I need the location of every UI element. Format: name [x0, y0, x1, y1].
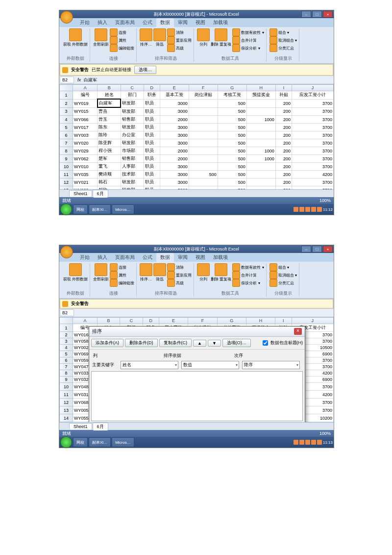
sorton-combo[interactable]: 数值 [181, 361, 239, 369]
subtotal-button[interactable]: 分类汇总 [270, 44, 297, 52]
tab-data[interactable]: 数据 [156, 253, 174, 262]
security-warning-bar: 安全警告 已禁止自动更新链接 选项… [60, 64, 333, 76]
tab-formula[interactable]: 公式 [139, 253, 156, 262]
text-to-columns-button[interactable]: 分列 [197, 28, 210, 47]
tab-layout[interactable]: 页面布局 [111, 253, 139, 262]
order-header: 次序 [232, 353, 303, 359]
table-row[interactable]: 11WY035樊诗顺技术部职员30005005002004200 [60, 171, 334, 178]
refresh-all-button[interactable]: 全部刷新 [93, 28, 109, 47]
taskbar-item[interactable]: 网校 [73, 437, 88, 447]
connections-button[interactable]: 连接 [110, 28, 134, 36]
table-row[interactable]: 8WY029程小强市场部职员200050010002003700 [60, 147, 334, 155]
close-button[interactable]: × [323, 11, 333, 18]
minimize-button[interactable]: – [301, 246, 311, 252]
headers-checkbox[interactable]: 数据包含标题(H) [261, 339, 303, 347]
maximize-button[interactable]: □ [312, 11, 322, 18]
office-button[interactable] [60, 11, 73, 24]
formula-bar[interactable]: 白建军 [84, 77, 97, 83]
start-button[interactable] [60, 436, 72, 448]
sheet-tab[interactable]: 6月 [93, 190, 108, 198]
window-title: 副本Xl0000000 [兼容模式] - Microsoft Excel [154, 11, 239, 18]
get-external-data-button[interactable]: 获取 外部数据 [63, 263, 88, 282]
taskbar-item[interactable]: Micros… [112, 204, 134, 214]
move-down-button[interactable]: ▼ [208, 340, 221, 347]
grid[interactable]: ABCDEFGHIJ1编号姓名部门职务基本工资岗位津贴考核工资预提奖金补贴应发工… [59, 84, 334, 189]
taskbar-item[interactable]: Micros… [112, 437, 134, 447]
tab-data[interactable]: 数据 [156, 18, 174, 27]
minimize-button[interactable]: – [301, 11, 311, 18]
sort-options-button[interactable]: 选项(O)… [222, 339, 251, 347]
warning-label: 安全警告 [71, 67, 89, 73]
data-validation-button[interactable]: 数据有效性 ▾ [232, 28, 264, 36]
filter-button[interactable]: 筛选 [153, 28, 166, 47]
tab-addins[interactable]: 加载项 [209, 253, 232, 262]
tab-home[interactable]: 开始 [76, 18, 94, 27]
sort-button[interactable]: 排序… [140, 28, 152, 47]
table-row[interactable]: 13WY022郝欣研发部职员30005002003700 [60, 186, 334, 190]
table-row[interactable]: 4WY066曾玉销售部职员200050010002003700 [60, 116, 334, 124]
sort-dialog: 排序 × 添加条件(A) 删除条件(D) 复制条件(C) ▲ ▼ 选项(O)… … [89, 326, 305, 422]
advanced-button[interactable]: 高级 [167, 44, 192, 52]
group-button[interactable]: 组合 ▾ [270, 28, 297, 36]
table-row[interactable]: 5WY017陈东研发部职员30005002003700 [60, 124, 334, 131]
remove-dup-button[interactable]: 删除 重复项 [211, 28, 231, 47]
tab-layout[interactable]: 页面布局 [111, 18, 139, 27]
table-row[interactable]: 7WY020陈亚辉研发部职员30005002003700 [60, 139, 334, 147]
dialog-title-bar[interactable]: 排序 × [89, 327, 305, 337]
sheet-tab[interactable]: Sheet1 [69, 190, 92, 197]
grid[interactable]: ABCDEFGHIJ1编号姓名部门职务基本工资岗位津贴考核工资预提奖金补贴应发工… [59, 317, 334, 422]
table-row[interactable]: 10WY010董飞人事部职员30005002003700 [60, 163, 334, 171]
name-box[interactable]: B2 [60, 309, 74, 316]
copy-condition-button[interactable]: 复制条件(C) [159, 339, 192, 347]
tab-insert[interactable]: 插入 [94, 253, 111, 262]
add-condition-button[interactable]: 添加条件(A) [91, 339, 123, 347]
get-external-data-button[interactable]: 获取 外部数据 [63, 28, 88, 47]
tab-formula[interactable]: 公式 [139, 18, 156, 27]
taskbar-item[interactable]: 副本Xl… [89, 437, 111, 447]
security-warning-bar: 安全警告 [60, 299, 333, 308]
reapply-button[interactable]: 重新应用 [167, 36, 192, 44]
tab-home[interactable]: 开始 [76, 253, 94, 262]
ribbon-tabs: 开始 插入 页面布局 公式 数据 审阅 视图 加载项 [59, 253, 334, 262]
name-box-row: B2 [59, 309, 334, 317]
table-row[interactable]: 9WY062楚军销售部职员200050010002003700 [60, 155, 334, 163]
taskbar-item[interactable]: 副本Xl… [89, 204, 111, 214]
order-combo[interactable]: 降序 [242, 361, 300, 369]
table-row[interactable]: 12WY021韩石研发部职员30005002003700 [60, 178, 334, 186]
refresh-all-button[interactable]: 全部刷新 [93, 263, 109, 282]
tab-addins[interactable]: 加载项 [209, 18, 232, 27]
office-button[interactable] [60, 246, 73, 258]
dialog-title: 排序 [92, 328, 102, 335]
table-row[interactable]: 3WY015曹燕研发部职员30005002003700 [60, 107, 334, 116]
name-box[interactable]: B2 [60, 76, 74, 83]
options-button[interactable]: 选项… [134, 66, 156, 74]
whatif-button[interactable]: 假设分析 ▾ [232, 44, 264, 52]
clear-button[interactable]: 清除 [167, 28, 192, 36]
table-row[interactable]: 6WY003陈玲办公室职员30005002003700 [60, 131, 334, 139]
consolidate-button[interactable]: 合并计算 [232, 36, 264, 44]
tab-view[interactable]: 视图 [192, 18, 209, 27]
edit-links-button[interactable]: 编辑链接 [110, 44, 134, 52]
sheet-tab[interactable]: Sheet1 [69, 423, 92, 429]
move-up-button[interactable]: ▲ [193, 340, 206, 347]
properties-button[interactable]: 属性 [110, 36, 134, 44]
delete-condition-button[interactable]: 删除条件(D) [125, 339, 158, 347]
tab-review[interactable]: 审阅 [174, 18, 192, 27]
tab-review[interactable]: 审阅 [174, 253, 192, 262]
fx-icon[interactable]: fx [74, 77, 84, 82]
ungroup-button[interactable]: 取消组合 ▾ [270, 36, 297, 44]
tab-insert[interactable]: 插入 [94, 18, 111, 27]
tab-view[interactable]: 视图 [192, 253, 209, 262]
taskbar: 网校 副本Xl… Micros… 11:13 [59, 437, 334, 448]
table-row[interactable]: 1编号姓名部门职务基本工资岗位津贴考核工资预提奖金补贴应发工资小计 [60, 91, 334, 100]
sorton-header: 排序依据 [162, 353, 232, 359]
zoom-level[interactable]: 100% [319, 198, 331, 203]
taskbar-item[interactable]: 网校 [73, 204, 88, 214]
column-combo[interactable]: 姓名 [121, 361, 178, 369]
close-button[interactable]: × [323, 246, 333, 252]
maximize-button[interactable]: □ [312, 246, 322, 252]
table-row[interactable]: 2WY019白建军研发部职员30005002003700 [60, 99, 334, 107]
start-button[interactable] [60, 203, 72, 215]
sheet-tab[interactable]: 6月 [93, 423, 108, 430]
close-icon[interactable]: × [294, 328, 302, 335]
